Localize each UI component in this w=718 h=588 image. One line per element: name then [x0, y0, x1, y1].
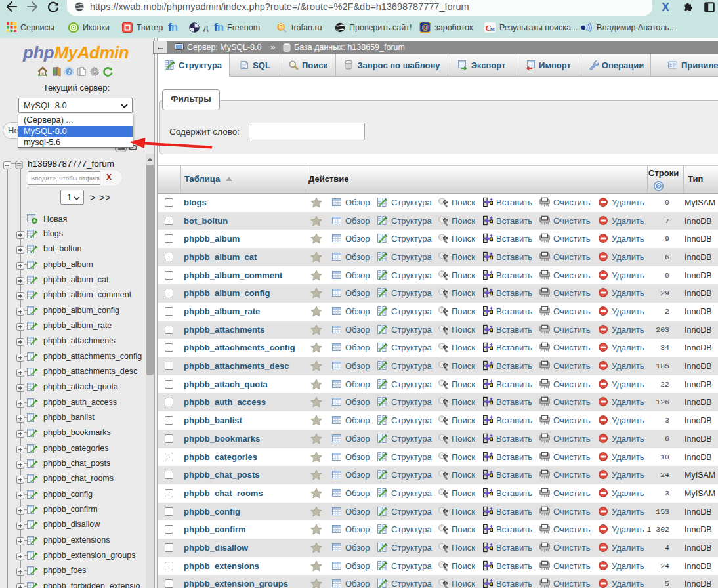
- svg-text:?: ?: [657, 183, 660, 190]
- svg-text:м: м: [490, 25, 495, 32]
- svg-text:@: @: [421, 23, 429, 31]
